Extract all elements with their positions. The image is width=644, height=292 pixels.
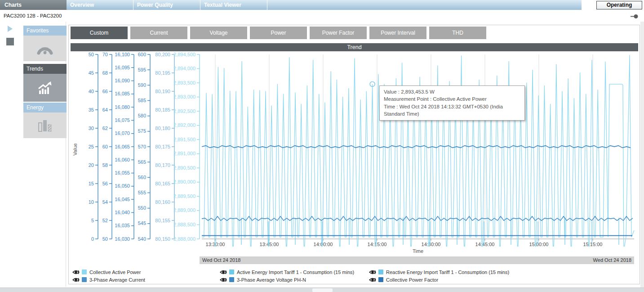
visibility-eye-icon[interactable] xyxy=(72,270,80,275)
legend-item: Reactive Energy Import Tariff 1 - Consum… xyxy=(369,268,509,276)
svg-text:80,165: 80,165 xyxy=(155,181,170,186)
legend-item: Collective Power Factor xyxy=(369,276,509,283)
tooltip-measurement-point: Measurement Point : Collective Active Po… xyxy=(384,95,520,103)
right-edge-strip xyxy=(640,22,644,288)
main-panel: CustomCurrentVoltagePowerPower FactorPow… xyxy=(68,25,640,284)
toolbar-button-current[interactable]: Current xyxy=(130,27,187,39)
tab-charts[interactable]: Charts xyxy=(0,0,67,10)
svg-text:64: 64 xyxy=(102,107,108,112)
energy-panel[interactable] xyxy=(23,112,67,138)
visibility-eye-icon[interactable] xyxy=(220,270,227,275)
svg-text:45: 45 xyxy=(89,70,94,76)
svg-text:80,170: 80,170 xyxy=(155,162,170,168)
chart-toolbar: CustomCurrentVoltagePowerPower FactorPow… xyxy=(71,27,489,39)
svg-text:13:30:00: 13:30:00 xyxy=(206,242,225,247)
toolbar-button-power[interactable]: Power xyxy=(250,27,307,39)
operating-zone: Operating xyxy=(582,0,644,10)
svg-text:2,893,500: 2,893,500 xyxy=(173,80,195,85)
svg-text:560: 560 xyxy=(138,175,146,180)
svg-text:80,190: 80,190 xyxy=(155,89,170,94)
svg-text:16,055: 16,055 xyxy=(115,170,130,175)
svg-text:70: 70 xyxy=(102,52,108,57)
visibility-eye-icon[interactable] xyxy=(220,277,227,283)
svg-text:2,894,000: 2,894,000 xyxy=(173,66,195,71)
legend-label: 3-Phase Average Voltage PH-N xyxy=(237,277,306,283)
legend-color-chip xyxy=(229,277,234,282)
legend-color-chip xyxy=(378,277,383,282)
scrollbar-thumb[interactable] xyxy=(312,288,333,292)
favorites-panel[interactable] xyxy=(23,36,67,61)
pin-icon[interactable] xyxy=(631,14,638,18)
toolbar-button-power-factor[interactable]: Power Factor xyxy=(310,27,367,39)
trend-icon xyxy=(36,81,54,95)
tooltip-value: Value : 2,893,453.5 W xyxy=(384,88,520,95)
svg-text:14:15:00: 14:15:00 xyxy=(368,242,387,247)
svg-text:16,080: 16,080 xyxy=(115,104,130,110)
visibility-eye-icon[interactable] xyxy=(72,277,80,283)
horizontal-scrollbar[interactable] xyxy=(0,288,644,292)
svg-text:35: 35 xyxy=(89,107,94,112)
svg-text:2,892,000: 2,892,000 xyxy=(173,122,195,128)
date-end: Wed Oct 24 2018 xyxy=(593,256,631,264)
trends-panel[interactable] xyxy=(23,74,67,102)
tab-overview[interactable]: Overview xyxy=(67,0,133,10)
svg-text:40: 40 xyxy=(89,89,94,94)
chart-canvas[interactable]: 13:30:0013:45:0014:00:0014:15:0014:30:00… xyxy=(71,51,638,255)
legend-item: 3-Phase Average Voltage PH-N xyxy=(220,276,354,283)
trend-chart[interactable]: 13:30:0013:45:0014:00:0014:15:0014:30:00… xyxy=(71,51,638,255)
legend-column: Reactive Energy Import Tariff 1 - Consum… xyxy=(369,268,509,283)
rail-square-icon[interactable] xyxy=(6,38,14,45)
svg-text:2,892,500: 2,892,500 xyxy=(173,108,195,114)
svg-text:16,065: 16,065 xyxy=(115,144,130,149)
svg-text:2,889,500: 2,889,500 xyxy=(173,193,195,199)
sidebar-item-trends[interactable]: Trends xyxy=(23,64,67,74)
svg-text:545: 545 xyxy=(138,220,146,226)
svg-text:2,888,500: 2,888,500 xyxy=(173,222,195,227)
svg-text:585: 585 xyxy=(138,98,146,103)
sidebar-item-energy[interactable]: Energy xyxy=(23,103,67,112)
toolbar-button-thd[interactable]: THD xyxy=(429,27,486,39)
expand-arrow-icon[interactable] xyxy=(8,26,13,32)
toolbar-button-power-interval[interactable]: Power Interval xyxy=(369,27,426,39)
svg-text:10: 10 xyxy=(89,199,94,205)
legend-label: 3-Phase Average Current xyxy=(89,277,145,283)
svg-text:555: 555 xyxy=(138,190,146,195)
legend-label: Reactive Energy Import Tariff 1 - Consum… xyxy=(386,270,509,275)
operating-button[interactable]: Operating xyxy=(596,1,642,9)
svg-text:80,175: 80,175 xyxy=(155,144,170,149)
svg-text:2,891,500: 2,891,500 xyxy=(173,137,195,142)
svg-text:16,040: 16,040 xyxy=(115,210,130,215)
tab-textual-viewer[interactable]: Textual Viewer xyxy=(200,0,267,10)
svg-text:60: 60 xyxy=(102,144,108,149)
svg-text:575: 575 xyxy=(138,128,146,134)
svg-text:80,185: 80,185 xyxy=(155,107,170,112)
tab-strip: Overview Power Quality Textual Viewer xyxy=(67,0,582,10)
svg-text:550: 550 xyxy=(138,205,146,211)
svg-text:20: 20 xyxy=(89,162,94,168)
date-start: Wed Oct 24 2018 xyxy=(202,256,240,264)
svg-text:5: 5 xyxy=(91,218,94,223)
svg-text:2,894,500: 2,894,500 xyxy=(173,52,195,57)
breadcrumb-row: PAC3200 128 - PAC3200 xyxy=(0,10,644,22)
svg-text:80,200: 80,200 xyxy=(155,52,170,57)
svg-text:16,060: 16,060 xyxy=(115,157,130,162)
svg-text:16,075: 16,075 xyxy=(115,117,130,123)
energy-bars-icon xyxy=(37,119,53,132)
divider xyxy=(66,22,66,287)
visibility-eye-icon[interactable] xyxy=(369,270,376,275)
svg-text:30: 30 xyxy=(89,126,94,131)
toolbar-button-custom[interactable]: Custom xyxy=(71,27,128,39)
visibility-eye-icon[interactable] xyxy=(369,277,376,283)
svg-text:14:45:00: 14:45:00 xyxy=(475,242,495,247)
sidebar-item-favorites[interactable]: Favorites xyxy=(23,26,67,36)
svg-text:50: 50 xyxy=(102,236,108,242)
svg-text:2,889,000: 2,889,000 xyxy=(173,207,195,213)
tab-power-quality[interactable]: Power Quality xyxy=(133,0,200,10)
svg-text:2,890,000: 2,890,000 xyxy=(173,179,195,184)
legend-item: Active Energy Import Tariff 1 - Consumpt… xyxy=(220,268,354,276)
date-range-bar: Wed Oct 24 2018 Wed Oct 24 2018 xyxy=(200,256,634,264)
svg-text:590: 590 xyxy=(138,82,146,88)
svg-text:54: 54 xyxy=(102,199,108,205)
toolbar-button-voltage[interactable]: Voltage xyxy=(190,27,247,39)
chart-title-bar: Trend xyxy=(71,43,638,51)
